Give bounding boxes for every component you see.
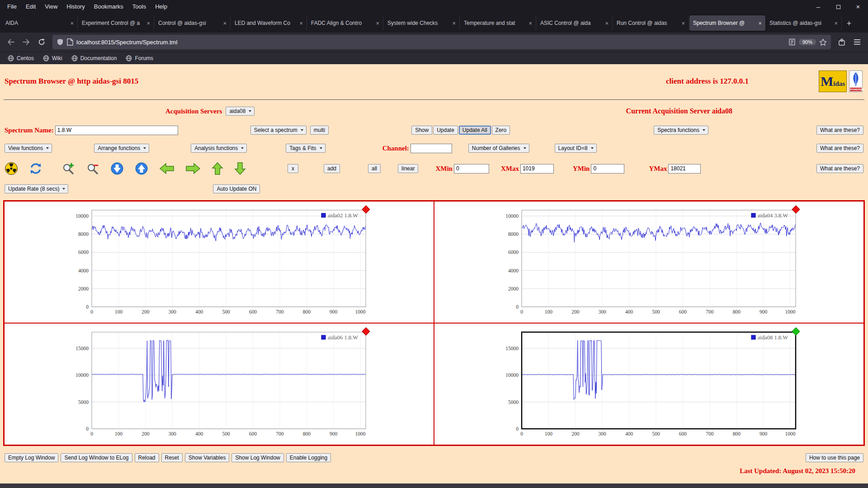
ymax-input[interactable] xyxy=(668,164,701,174)
tab-system-wide-checks[interactable]: System wide Checks× xyxy=(384,15,460,31)
x-button[interactable]: x xyxy=(288,164,298,173)
zoom-out-icon[interactable] xyxy=(86,162,99,175)
tab-close-icon[interactable]: × xyxy=(223,20,226,27)
url-text[interactable]: localhost:8015/Spectrum/Spectrum.tml xyxy=(76,39,785,46)
tags-fits-select[interactable]: Tags & Fits xyxy=(286,144,325,153)
page-info-icon[interactable] xyxy=(67,38,73,46)
analysis-functions-select[interactable]: Analysis functions xyxy=(191,144,247,153)
tab-fadc-align-contro[interactable]: FADC Align & Contro× xyxy=(307,15,383,31)
menu-item-history[interactable]: History xyxy=(62,0,89,14)
add-button[interactable]: add xyxy=(324,164,340,173)
chart-cell-aida06[interactable]: 0100200300400500600700800900100005000100… xyxy=(4,323,434,445)
ymin-input[interactable] xyxy=(591,164,624,174)
what-are-these-button[interactable]: What are these? xyxy=(816,144,863,153)
tab-close-icon[interactable]: × xyxy=(758,20,762,27)
reload-button[interactable]: Reload xyxy=(135,453,159,462)
tab-temperature-and-stat[interactable]: Temperature and stat× xyxy=(460,15,536,31)
what-are-these-button[interactable]: What are these? xyxy=(816,164,863,173)
bookmark-documentation[interactable]: Documentation xyxy=(67,54,121,63)
linear-button[interactable]: linear xyxy=(398,164,418,173)
how-to-use-button[interactable]: How to use this page xyxy=(806,453,863,462)
show-log-window-button[interactable]: Show Log Window xyxy=(231,453,283,462)
tab-close-icon[interactable]: × xyxy=(834,20,838,27)
auto-update-button[interactable]: Auto Update ON xyxy=(213,184,260,193)
number-of-galleries-select[interactable]: Number of Galleries xyxy=(468,144,529,153)
arrow-left-icon[interactable] xyxy=(159,163,175,174)
layout-id-select[interactable]: Layout ID=8 xyxy=(555,144,597,153)
tab-run-control-aidas[interactable]: Run Control @ aidas× xyxy=(613,15,689,31)
tab-close-icon[interactable]: × xyxy=(146,20,150,27)
tab-close-icon[interactable]: × xyxy=(605,20,609,27)
forward-button[interactable] xyxy=(19,35,33,49)
tcl-powered-logo[interactable]: POWERED xyxy=(849,70,863,92)
chart-cell-aida08[interactable]: 0100200300400500600700800900100005000100… xyxy=(434,323,864,445)
chart-cell-aida04[interactable]: 0100200300400500600700800900100002000400… xyxy=(434,201,864,323)
all-button[interactable]: all xyxy=(368,164,381,173)
tab-close-icon[interactable]: × xyxy=(376,20,379,27)
xmax-input[interactable] xyxy=(520,164,554,174)
show-button[interactable]: Show xyxy=(411,126,432,135)
update-all-button[interactable]: Update All xyxy=(459,126,491,135)
tab-asic-control-aida[interactable]: ASIC Control @ aida× xyxy=(537,15,613,31)
bookmark-centos[interactable]: Centos xyxy=(4,54,38,63)
update-rate-select[interactable]: Update Rate (8 secs) xyxy=(5,184,68,193)
url-bar[interactable]: localhost:8015/Spectrum/Spectrum.tml 90% xyxy=(52,35,831,49)
menu-item-edit[interactable]: Edit xyxy=(21,0,40,14)
tab-close-icon[interactable]: × xyxy=(681,20,685,27)
zero-button[interactable]: Zero xyxy=(492,126,510,135)
chart-cell-aida02[interactable]: 0100200300400500600700800900100002000400… xyxy=(4,201,434,323)
radiation-icon[interactable] xyxy=(5,162,18,175)
show-variables-button[interactable]: Show Variables xyxy=(185,453,230,462)
menu-item-bookmarks[interactable]: Bookmarks xyxy=(90,0,128,14)
close-button[interactable]: × xyxy=(848,0,868,14)
tab-spectrum-browser[interactable]: Spectrum Browser @× xyxy=(689,15,765,31)
send-log-window-to-elog-button[interactable]: Send Log Window to ELog xyxy=(61,453,132,462)
bookmark-star-icon[interactable] xyxy=(819,38,827,46)
tab-statistics-aidas-gsi[interactable]: Statistics @ aidas-gsi× xyxy=(766,15,842,31)
empty-log-window-button[interactable]: Empty Log Window xyxy=(5,453,58,462)
tab-close-icon[interactable]: × xyxy=(70,20,74,27)
down-circle-icon[interactable] xyxy=(110,162,124,175)
what-are-these-button[interactable]: What are these? xyxy=(816,126,863,135)
menu-item-file[interactable]: File xyxy=(3,0,21,14)
bookmark-wiki[interactable]: Wiki xyxy=(39,54,66,63)
new-tab-button[interactable]: + xyxy=(842,17,856,30)
menu-item-view[interactable]: View xyxy=(40,0,62,14)
tab-close-icon[interactable]: × xyxy=(299,20,303,27)
view-functions-select[interactable]: View functions xyxy=(5,144,52,153)
tab-aida[interactable]: AIDA× xyxy=(2,15,78,31)
extensions-icon[interactable] xyxy=(835,35,849,49)
multi-button[interactable]: multi xyxy=(310,126,329,135)
minimize-button[interactable]: – xyxy=(808,0,828,14)
tab-close-icon[interactable]: × xyxy=(528,20,532,27)
menu-item-tools[interactable]: Tools xyxy=(128,0,151,14)
midas-logo[interactable]: Midas xyxy=(819,70,847,92)
zoom-in-icon[interactable] xyxy=(61,162,75,175)
enable-logging-button[interactable]: Enable Logging xyxy=(286,453,331,462)
tab-experiment-control-a[interactable]: Experiment Control @ a× xyxy=(78,15,154,31)
spectrum-name-input[interactable] xyxy=(55,126,178,135)
arrow-right-icon[interactable] xyxy=(185,163,201,174)
tab-led-and-waveform-co[interactable]: LED and Waveform Co× xyxy=(231,15,307,31)
zoom-level-badge[interactable]: 90% xyxy=(799,39,816,45)
arrow-down-icon[interactable] xyxy=(234,162,246,175)
bookmark-forums[interactable]: Forums xyxy=(122,54,157,63)
back-button[interactable] xyxy=(4,35,18,49)
tab-close-icon[interactable]: × xyxy=(452,20,456,27)
arrow-up-icon[interactable] xyxy=(212,162,223,175)
reload-button[interactable] xyxy=(34,35,49,49)
maximize-button[interactable] xyxy=(828,0,848,14)
refresh-icon[interactable] xyxy=(29,162,42,175)
tab-control-aidas-gsi[interactable]: Control @ aidas-gsi× xyxy=(155,15,231,31)
reset-button[interactable]: Reset xyxy=(161,453,183,462)
menu-item-help[interactable]: Help xyxy=(151,0,172,14)
acquisition-server-select[interactable]: aida08 xyxy=(226,107,255,116)
up-circle-icon[interactable] xyxy=(135,162,148,175)
app-menu-icon[interactable] xyxy=(850,35,864,49)
xmin-input[interactable] xyxy=(454,164,489,174)
update-button[interactable]: Update xyxy=(433,126,458,135)
shield-icon[interactable] xyxy=(57,38,64,46)
channel-input[interactable] xyxy=(410,144,452,153)
spectra-functions-select[interactable]: Spectra functions xyxy=(654,126,708,135)
arrange-functions-select[interactable]: Arrange functions xyxy=(94,144,149,153)
